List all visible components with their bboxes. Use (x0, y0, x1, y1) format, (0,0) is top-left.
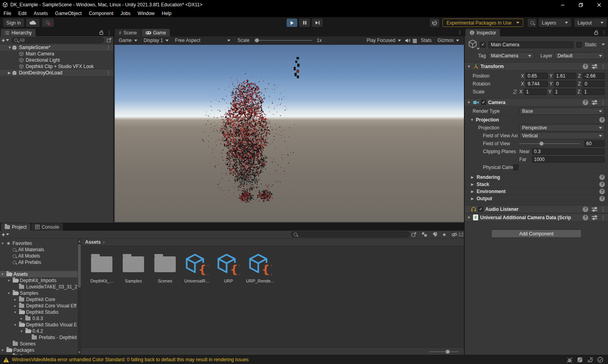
play-focused-dropdown[interactable]: Play Focused (364, 36, 403, 45)
tab-game[interactable]: Game (142, 29, 170, 36)
auto-refresh-disabled-icon[interactable] (587, 357, 593, 363)
menu-edit[interactable]: Edit (15, 9, 30, 17)
add-component-button[interactable]: Add Component (491, 229, 581, 238)
tab-inspector[interactable]: Inspector (466, 29, 500, 36)
rotation-x-field[interactable]: 9.744 (526, 81, 548, 87)
icon-size-slider[interactable] (429, 351, 458, 352)
open-search-window-icon[interactable] (106, 38, 112, 43)
presets-icon[interactable] (592, 207, 597, 212)
asset-item[interactable]: {} Scenes (150, 252, 180, 283)
camera-section-foldout[interactable]: Rendering (465, 174, 608, 181)
static-checkbox[interactable] (576, 42, 582, 47)
asset-item[interactable]: {} URP (213, 252, 243, 283)
close-button[interactable] (590, 0, 608, 9)
menu-gameobject[interactable]: GameObject (51, 9, 85, 17)
help-icon[interactable] (599, 117, 605, 123)
tab-console[interactable]: Console (31, 223, 63, 231)
display-target-dropdown[interactable]: Game (116, 36, 140, 45)
tab-hierarchy[interactable]: Hierarchy (1, 29, 36, 36)
expand-arrow[interactable] (8, 279, 13, 282)
filter-by-type-icon[interactable] (421, 232, 428, 237)
audio-listener-header[interactable]: Audio Listener (465, 205, 608, 213)
tab-project[interactable]: Project (1, 223, 30, 231)
stats-button[interactable]: Stats (419, 38, 433, 43)
position-x-field[interactable]: 0.65 (526, 73, 548, 79)
project-tree-item[interactable]: All Models (0, 253, 78, 259)
layer-dropdown[interactable]: Default (555, 52, 605, 59)
expand-arrow[interactable] (467, 64, 471, 68)
project-tree-item[interactable]: All Prefabs (0, 259, 78, 265)
kebab-menu-icon[interactable] (106, 70, 111, 75)
hierarchy-item[interactable]: Main Camera (0, 51, 113, 57)
hidden-packages-count[interactable]: 12 (451, 232, 464, 237)
help-icon[interactable] (583, 207, 588, 212)
favorites-star-icon[interactable] (442, 232, 446, 237)
scale-slider[interactable] (254, 40, 312, 41)
expand-arrow[interactable] (467, 100, 471, 104)
menu-jobs[interactable]: Jobs (117, 9, 134, 17)
lock-icon[interactable] (594, 30, 598, 35)
scene-header-row[interactable]: SampleScene* (0, 44, 113, 51)
scale-link-icon[interactable] (512, 89, 518, 94)
presets-icon[interactable] (592, 64, 597, 69)
transform-component-header[interactable]: Transform (465, 62, 608, 70)
dont-destroy-header-row[interactable]: DontDestroyOnLoad (0, 70, 113, 76)
play-button[interactable] (287, 19, 297, 27)
layers-dropdown[interactable]: Layers (539, 19, 571, 27)
camera-section-foldout[interactable]: Output (465, 195, 608, 202)
scale-y-field[interactable]: 1 (553, 89, 576, 95)
project-tree-item[interactable]: 0.4.2 (0, 328, 78, 334)
help-icon[interactable] (583, 64, 588, 69)
tag-dropdown[interactable]: MainCamera (488, 52, 534, 59)
vsync-grid-icon[interactable] (412, 38, 417, 44)
help-icon[interactable] (583, 215, 588, 220)
project-tree-item[interactable]: Assets (0, 271, 78, 277)
scale-z-field[interactable]: 1 (582, 89, 605, 95)
minimize-button[interactable] (553, 0, 572, 9)
display-dropdown[interactable]: Display 1 (141, 36, 171, 45)
expand-arrow[interactable] (21, 329, 25, 333)
help-icon[interactable] (599, 182, 605, 187)
tree-scrollbar[interactable]: ▲ ▼ (78, 239, 81, 355)
fov-value-field[interactable]: 60 (584, 140, 605, 147)
project-tree-item[interactable]: All Materials (0, 246, 78, 253)
chevron-down-icon[interactable] (6, 233, 9, 235)
far-field[interactable]: 1000 (532, 156, 605, 163)
projection-dropdown[interactable]: Perspective (519, 124, 605, 131)
gameobject-name-field[interactable]: Main Camera (488, 41, 574, 48)
project-tree-item[interactable]: Depthkit Core Visual Eff (0, 303, 78, 309)
asset-item[interactable]: {} UniversalR... (182, 252, 212, 283)
asset-item[interactable]: {} URP_Rende... (245, 252, 275, 283)
rotation-y-field[interactable]: 0 (554, 81, 576, 87)
gizmos-dropdown[interactable]: Gizmos (435, 36, 462, 45)
rotation-z-field[interactable]: 0 (583, 81, 605, 87)
project-tree-item[interactable]: 0.8.3 (0, 315, 78, 322)
expand-arrow[interactable] (8, 71, 12, 75)
kebab-menu-icon[interactable] (602, 30, 606, 35)
expand-arrow[interactable] (8, 291, 13, 295)
project-tree-item[interactable]: Prefabs - Depthkit (0, 334, 78, 341)
presets-icon[interactable] (592, 215, 597, 220)
tab-scene[interactable]: # Scene (115, 29, 141, 36)
camera-component-header[interactable]: Camera (465, 98, 608, 106)
fov-slider[interactable] (519, 143, 580, 144)
expand-arrow[interactable] (8, 46, 12, 49)
kebab-menu-icon[interactable] (458, 30, 462, 35)
presets-icon[interactable] (592, 100, 597, 105)
kebab-menu-icon[interactable] (601, 100, 606, 105)
status-bar[interactable]: WindowsVideoMedia error unhandled Color … (0, 355, 608, 364)
breadcrumb[interactable]: Assets › (81, 239, 464, 246)
kebab-menu-icon[interactable] (601, 215, 606, 220)
expand-arrow[interactable] (2, 241, 6, 245)
project-tree-item[interactable]: Samples (0, 290, 78, 296)
project-tree-item[interactable]: Favorites (0, 240, 78, 246)
create-add-button[interactable]: + (2, 37, 5, 43)
menu-window[interactable]: Window (134, 9, 158, 17)
expand-arrow[interactable] (2, 348, 6, 352)
physical-camera-checkbox[interactable] (513, 165, 519, 170)
expand-arrow[interactable] (467, 216, 471, 220)
cache-server-disabled-icon[interactable] (577, 357, 583, 363)
project-tree-item[interactable]: Depthkit Studio (0, 309, 78, 315)
active-checkbox[interactable] (480, 42, 486, 47)
expand-arrow[interactable] (470, 118, 474, 122)
